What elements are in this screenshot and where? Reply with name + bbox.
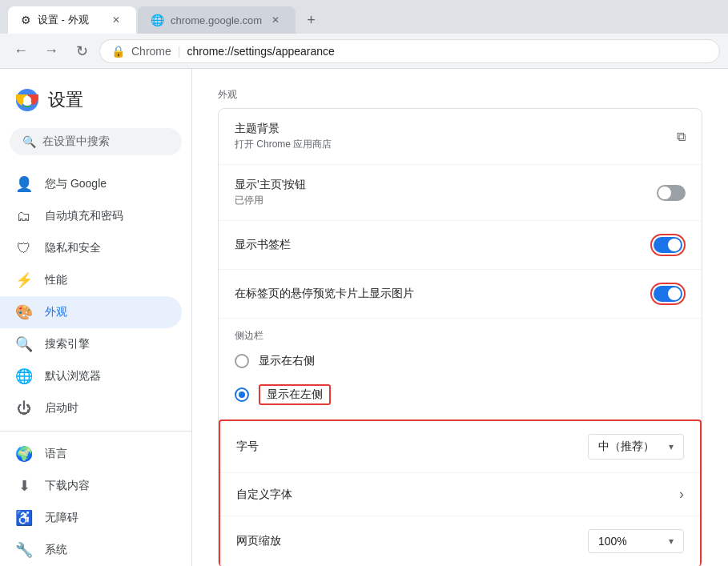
font-size-label: 字号 [236, 440, 259, 454]
toolbar: ← → ↻ 🔒 Chrome | chrome://settings/appea… [0, 34, 728, 69]
forward-button[interactable]: → [38, 38, 64, 64]
brand-label: Chrome [131, 45, 171, 58]
sidebar-left-radio-dot [239, 391, 245, 398]
new-tab-button[interactable]: + [297, 6, 325, 34]
appearance-icon: 🎨 [16, 304, 32, 320]
bookmarks-toggle-highlight [650, 234, 686, 256]
home-button-text: 显示'主页'按钮 已停用 [235, 178, 306, 207]
font-size-chevron-icon: ▾ [669, 441, 674, 452]
sidebar-section-label: 侧边栏 [235, 330, 263, 341]
tab-google[interactable]: 🌐 chrome.google.com ✕ [138, 6, 296, 34]
font-size-row: 字号 中（推荐） ▾ [220, 421, 700, 473]
sidebar-item-accessibility[interactable]: ♿ 无障碍 [0, 502, 182, 534]
theme-row: 主题背景 打开 Chrome 应用商店 ⧉ [219, 109, 702, 165]
custom-font-label: 自定义字体 [236, 488, 292, 502]
theme-title: 主题背景 [235, 122, 332, 136]
sidebar-label-system: 系统 [45, 543, 67, 557]
font-section-highlight: 字号 中（推荐） ▾ 自定义字体 › 网页缩放 [219, 419, 702, 566]
sidebar-right-radio [235, 354, 249, 368]
startup-icon: ⏻ [16, 400, 32, 416]
custom-font-chevron-icon: › [679, 486, 684, 503]
sidebar-radio-group: 显示在右侧 显示在左侧 [235, 343, 686, 419]
sidebar-label-downloads: 下载内容 [45, 479, 90, 493]
font-size-value: 中（推荐） [598, 440, 654, 454]
sidebar-label-startup: 启动时 [45, 401, 78, 415]
sidebar-header: 设置 [0, 82, 191, 128]
sidebar-section: 侧边栏 显示在右侧 显示在左侧 [219, 319, 702, 419]
search-placeholder: 在设置中搜索 [42, 134, 110, 149]
sidebar-item-startup[interactable]: ⏻ 启动时 [0, 392, 182, 424]
sidebar-label-autofill: 自动填充和密码 [45, 209, 123, 223]
tab-preview-title: 在标签页的悬停预览卡片上显示图片 [235, 287, 414, 301]
theme-text: 主题背景 打开 Chrome 应用商店 [235, 122, 332, 151]
section-title: 外观 [218, 88, 702, 102]
google-tab-close[interactable]: ✕ [268, 13, 283, 27]
home-button-row: 显示'主页'按钮 已停用 [219, 165, 702, 221]
sidebar-item-privacy[interactable]: 🛡 隐私和安全 [0, 232, 182, 264]
home-button-title: 显示'主页'按钮 [235, 178, 306, 192]
tab-preview-toggle[interactable] [654, 286, 682, 302]
sidebar-left-radio [235, 387, 249, 402]
url-display: chrome://settings/appearance [187, 45, 334, 58]
sidebar-search[interactable]: 🔍 在设置中搜索 [10, 128, 182, 155]
settings-tab-close[interactable]: ✕ [109, 13, 123, 27]
zoom-label: 网页缩放 [236, 534, 281, 548]
sidebar: 设置 🔍 在设置中搜索 👤 您与 Google 🗂 自动填充和密码 🛡 [0, 69, 192, 566]
default-browser-icon: 🌐 [16, 368, 32, 384]
theme-ext-link-icon[interactable]: ⧉ [677, 130, 686, 144]
sidebar-left-option[interactable]: 显示在左侧 [235, 376, 686, 413]
sidebar-item-search[interactable]: 🔍 搜索引擎 [0, 328, 182, 360]
zoom-select[interactable]: 100% ▾ [588, 529, 684, 553]
browser-frame: ⚙ 设置 - 外观 ✕ 🌐 chrome.google.com ✕ + ← → … [0, 0, 728, 566]
sidebar-item-system[interactable]: 🔧 系统 [0, 534, 182, 566]
sidebar-label-browser: 默认浏览器 [45, 369, 101, 383]
home-button-toggle-knob [658, 187, 671, 199]
sidebar-item-appearance[interactable]: 🎨 外观 [0, 296, 182, 328]
zoom-value: 100% [598, 535, 627, 548]
sidebar-title: 设置 [48, 88, 83, 112]
sidebar-left-label: 显示在左侧 [267, 387, 323, 400]
back-button[interactable]: ← [8, 38, 34, 64]
bookmarks-bar-text: 显示书签栏 [235, 238, 291, 252]
bookmarks-toggle-knob [668, 239, 681, 251]
performance-icon: ⚡ [16, 272, 32, 288]
sidebar-divider-1 [0, 431, 191, 432]
tab-preview-toggle-knob [668, 287, 681, 300]
bookmarks-bar-toggle[interactable] [654, 237, 682, 253]
settings-tab-favicon: ⚙ [21, 14, 31, 26]
home-button-toggle[interactable] [657, 185, 686, 201]
sidebar-right-option[interactable]: 显示在右侧 [235, 346, 686, 376]
sidebar-item-performance[interactable]: ⚡ 性能 [0, 264, 182, 296]
sidebar-label-accessibility: 无障碍 [45, 511, 78, 525]
sidebar-label-language: 语言 [45, 447, 67, 461]
autofill-icon: 🗂 [16, 208, 32, 224]
chrome-logo-icon [16, 89, 38, 111]
sidebar-item-default-browser[interactable]: 🌐 默认浏览器 [0, 360, 182, 392]
address-separator: | [178, 45, 181, 58]
theme-subtitle: 打开 Chrome 应用商店 [235, 138, 332, 151]
tab-preview-toggle-highlight [650, 283, 686, 305]
sidebar-right-label: 显示在右侧 [259, 354, 315, 368]
font-size-select[interactable]: 中（推荐） ▾ [588, 434, 684, 460]
content-area: 设置 🔍 在设置中搜索 👤 您与 Google 🗂 自动填充和密码 🛡 [0, 69, 728, 566]
address-bar[interactable]: 🔒 Chrome | chrome://settings/appearance [99, 39, 720, 63]
sidebar-label-appearance: 外观 [45, 305, 67, 319]
sidebar-group-1: 👤 您与 Google 🗂 自动填充和密码 🛡 隐私和安全 ⚡ 性能 🎨 [0, 168, 191, 424]
appearance-card: 主题背景 打开 Chrome 应用商店 ⧉ 显示'主页'按钮 已停用 [218, 108, 702, 566]
sidebar-label-search: 搜索引擎 [45, 337, 90, 351]
custom-font-row[interactable]: 自定义字体 › [220, 473, 700, 516]
refresh-button[interactable]: ↻ [69, 38, 95, 64]
sidebar-item-google[interactable]: 👤 您与 Google [0, 168, 182, 200]
sidebar-label-privacy: 隐私和安全 [45, 241, 101, 255]
sidebar-group-2: 🌍 语言 ⬇ 下载内容 ♿ 无障碍 🔧 系统 ↺ 重置设置 [0, 438, 191, 566]
svg-point-2 [23, 96, 31, 104]
lock-icon: 🔒 [111, 45, 125, 58]
sidebar-item-autofill[interactable]: 🗂 自动填充和密码 [0, 200, 182, 232]
accessibility-icon: ♿ [16, 510, 32, 526]
sidebar-item-language[interactable]: 🌍 语言 [0, 438, 182, 470]
sidebar-label-google: 您与 Google [45, 177, 107, 191]
google-icon: 👤 [16, 176, 32, 192]
sidebar-left-label-highlighted: 显示在左侧 [259, 384, 331, 405]
sidebar-item-downloads[interactable]: ⬇ 下载内容 [0, 470, 182, 502]
tab-settings[interactable]: ⚙ 设置 - 外观 ✕ [8, 6, 136, 34]
